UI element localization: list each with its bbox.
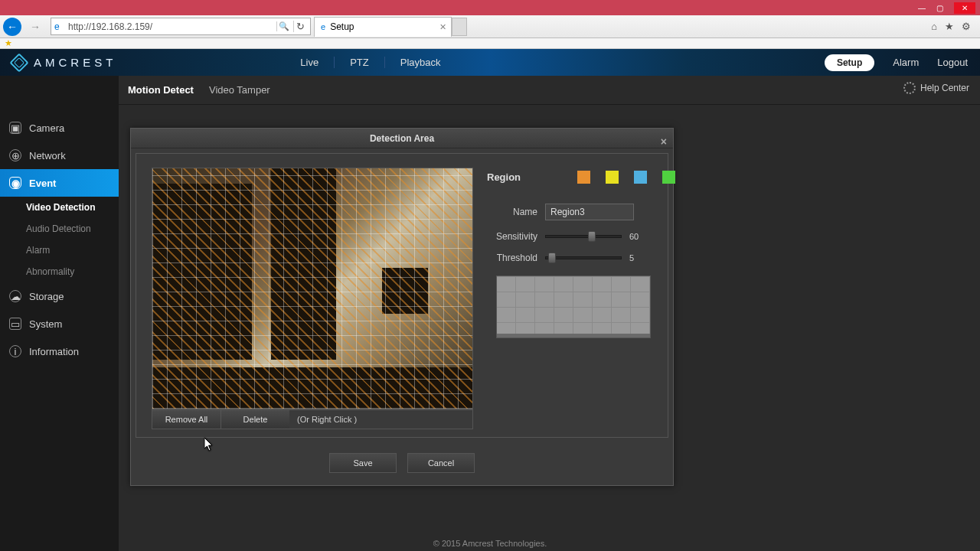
help-center-button[interactable]: Help Center — [903, 82, 969, 94]
bookmark-bar: ★ — [0, 38, 980, 49]
save-button[interactable]: Save — [329, 453, 397, 473]
sidebar-sub-alarm[interactable]: Alarm — [0, 240, 119, 261]
sidebar-label: Event — [29, 178, 56, 189]
region-color-yellow[interactable] — [606, 171, 619, 184]
forward-button[interactable]: → — [24, 17, 46, 37]
sidebar-item-information[interactable]: iInformation — [0, 337, 119, 365]
sensitivity-label: Sensitivity — [487, 231, 545, 242]
help-center-label: Help Center — [920, 83, 969, 93]
region-color-orange[interactable] — [577, 171, 590, 184]
sidebar-label: Information — [29, 346, 79, 357]
window-minimize-button[interactable]: — — [918, 4, 926, 12]
region-color-green[interactable] — [662, 171, 675, 184]
tools-icon[interactable]: ⚙ — [962, 21, 971, 32]
tab-title: Setup — [330, 21, 354, 32]
sidebar-item-network[interactable]: ⊕Network — [0, 142, 119, 169]
detection-grid[interactable] — [152, 168, 473, 409]
system-icon: ▭ — [9, 318, 21, 330]
sidebar-label: Camera — [29, 122, 64, 134]
site-icon: e — [54, 21, 65, 32]
browser-toolbar: ← → e http://192.168.2.159/ 🔍 ↻ e Setup … — [0, 15, 980, 38]
search-icon[interactable]: 🔍 — [276, 21, 290, 31]
tab-close-button[interactable]: ✕ — [439, 22, 446, 32]
threshold-value: 5 — [629, 253, 634, 262]
sidebar-sub-audio-detection[interactable]: Audio Detection — [0, 218, 119, 240]
storage-icon: ☁ — [9, 290, 21, 302]
window-close-button[interactable]: ✕ — [954, 2, 975, 14]
browser-tab[interactable]: e Setup ✕ — [314, 17, 452, 37]
nav-logout[interactable]: Logout — [937, 57, 968, 68]
sidebar-label: System — [29, 318, 62, 330]
cancel-button[interactable]: Cancel — [407, 453, 475, 473]
app-header: AMCREST Live PTZ Playback Setup Alarm Lo… — [0, 49, 980, 76]
refresh-button[interactable]: ↻ — [293, 21, 307, 32]
nav-live[interactable]: Live — [285, 57, 335, 68]
window-titlebar: — ▢ ✕ — [0, 0, 980, 15]
back-button[interactable]: ← — [3, 18, 21, 36]
nav-setup[interactable]: Setup — [825, 54, 874, 71]
help-icon — [903, 82, 916, 94]
sidebar-label: Storage — [29, 291, 64, 302]
sidebar-label: Network — [29, 150, 66, 161]
url-text: http://192.168.2.159/ — [68, 21, 276, 32]
sidebar-item-event[interactable]: ◉Event — [0, 169, 119, 197]
grid-lines — [152, 168, 472, 409]
name-input[interactable] — [545, 204, 634, 220]
sidebar-sub-abnormality[interactable]: Abnormality — [0, 261, 119, 282]
new-tab-button[interactable] — [452, 18, 467, 36]
home-icon[interactable]: ⌂ — [931, 21, 937, 32]
region-label: Region — [487, 171, 521, 183]
sidebar-sub-video-detection[interactable]: Video Detection — [0, 197, 119, 218]
region-panel: Region Name Sensitivity 60 Th — [487, 168, 675, 429]
nav-ptz[interactable]: PTZ — [335, 57, 385, 68]
event-icon: ◉ — [9, 177, 21, 189]
camera-icon: ▣ — [9, 122, 21, 134]
modal-title-text: Detection Area — [370, 133, 434, 144]
nav-alarm[interactable]: Alarm — [893, 57, 919, 68]
window-maximize-button[interactable]: ▢ — [936, 4, 943, 12]
modal-titlebar: Detection Area × — [131, 129, 673, 148]
name-label: Name — [487, 207, 545, 217]
brand-text: AMCREST — [34, 56, 116, 69]
delete-button[interactable]: Delete — [220, 409, 289, 429]
copyright-footer: © 2015 Amcrest Technologies. — [0, 539, 980, 548]
tab-video-tamper[interactable]: Video Tamper — [209, 84, 270, 96]
sidebar: ▣Camera ⊕Network ◉Event Video Detection … — [0, 76, 119, 551]
brand-logo: AMCREST — [12, 56, 116, 70]
favorites-icon[interactable]: ★ — [945, 21, 954, 32]
threshold-slider[interactable] — [545, 256, 622, 259]
content-tabs: Motion Detect Video Tamper — [119, 76, 980, 105]
favorite-star-icon[interactable]: ★ — [5, 38, 12, 48]
info-icon: i — [9, 345, 21, 357]
threshold-label: Threshold — [487, 253, 545, 263]
network-icon: ⊕ — [9, 149, 21, 161]
modal-close-button[interactable]: × — [661, 132, 667, 152]
nav-playback[interactable]: Playback — [385, 57, 456, 68]
logo-icon — [9, 53, 28, 72]
activity-graph — [496, 276, 651, 338]
remove-all-button[interactable]: Remove All — [152, 409, 220, 429]
sensitivity-value: 60 — [629, 232, 639, 241]
sidebar-item-system[interactable]: ▭System — [0, 310, 119, 337]
sidebar-item-camera[interactable]: ▣Camera — [0, 114, 119, 142]
sidebar-item-storage[interactable]: ☁Storage — [0, 282, 119, 310]
region-color-blue[interactable] — [634, 171, 647, 184]
detection-area-modal: Detection Area × Remove All Delete (Or R… — [130, 128, 674, 486]
right-click-hint: (Or Right Click ) — [289, 409, 473, 429]
tab-motion-detect[interactable]: Motion Detect — [128, 84, 194, 96]
tab-favicon: e — [321, 22, 325, 31]
address-bar[interactable]: e http://192.168.2.159/ 🔍 ↻ — [51, 18, 311, 35]
sensitivity-slider[interactable] — [545, 235, 622, 238]
